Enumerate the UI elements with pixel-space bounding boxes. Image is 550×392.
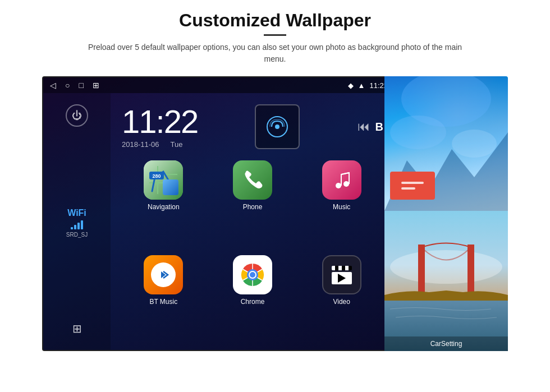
page-title: Customized Wallpaper: [34, 10, 516, 31]
wallpaper-golden-gate[interactable]: CarSetting: [384, 211, 508, 351]
svg-point-31: [390, 250, 502, 284]
music-icon: [322, 160, 361, 200]
screen-area: ◁ ○ □ ⊞ ◆ ▲ 11:22 ⏻ WiFi: [42, 76, 508, 351]
svg-point-1: [275, 124, 279, 129]
wallpaper-ice-cave[interactable]: [384, 76, 508, 211]
center-content: 11:22 2018-11-06 Tue: [111, 93, 395, 350]
app-bt-music[interactable]: BT Music: [122, 255, 205, 344]
navigation-icon: 280: [144, 160, 183, 200]
wifi-bar-3: [77, 223, 80, 229]
svg-point-21: [250, 272, 255, 278]
bt-circle: [151, 262, 176, 287]
overlay-widget: [390, 172, 435, 200]
recents-icon: □: [79, 81, 83, 90]
status-bar: ◁ ○ □ ⊞ ◆ ▲ 11:22: [43, 77, 395, 93]
clapboard: [332, 266, 352, 284]
navigation-label: Navigation: [148, 203, 180, 211]
chrome-icon: [233, 255, 272, 294]
clock-area: 11:22 2018-11-06 Tue: [111, 93, 395, 155]
status-bar-right: ◆ ▲ 11:22: [348, 81, 388, 90]
svg-point-10: [336, 183, 341, 188]
svg-point-9: [171, 185, 173, 187]
app-phone[interactable]: Phone: [211, 160, 295, 250]
svg-line-12: [341, 173, 349, 174]
play-arrow: [338, 274, 346, 283]
skip-back-icon[interactable]: ⏮: [358, 119, 370, 134]
widget-icon: [398, 177, 427, 194]
svg-rect-29: [401, 187, 415, 190]
clock-date: 2018-11-06 Tue: [122, 140, 198, 149]
title-divider: [264, 34, 286, 36]
clapboard-body: [332, 272, 352, 284]
app-video[interactable]: Video: [300, 255, 383, 344]
bt-music-label: BT Music: [149, 298, 177, 306]
phone-svg: [241, 169, 264, 191]
bt-music-icon: [144, 255, 183, 294]
clapboard-stripe: [332, 266, 352, 270]
clock-date-value: 2018-11-06: [122, 140, 159, 149]
svg-text:280: 280: [153, 173, 161, 179]
wallpaper-thumbnails: CarSetting: [384, 76, 508, 351]
bridge-svg: [384, 211, 508, 351]
clock-day-value: Tue: [171, 140, 183, 149]
android-screen: ◁ ○ □ ⊞ ◆ ▲ 11:22 ⏻ WiFi: [42, 76, 396, 351]
letter-b-icon: B: [375, 121, 383, 133]
chrome-label: Chrome: [241, 298, 265, 306]
screenshot-icon: ⊞: [93, 81, 99, 90]
screen-content: ⏻ WiFi SRD_SJ ⊞: [43, 93, 395, 350]
wifi-widget: WiFi SRD_SJ: [66, 208, 88, 238]
video-icon: [322, 255, 361, 294]
phone-label: Phone: [243, 203, 263, 211]
status-bar-left: ◁ ○ □ ⊞: [50, 81, 99, 90]
header-section: Customized Wallpaper Preload over 5 defa…: [0, 0, 550, 71]
app-navigation[interactable]: 280 Navigation: [122, 160, 205, 250]
media-icons: ⏮ B: [358, 119, 383, 134]
signal-icon: ▲: [358, 81, 365, 90]
radio-icon: [266, 116, 288, 138]
wifi-bar-2: [74, 225, 76, 229]
clock-widget: 11:22 2018-11-06 Tue: [122, 105, 198, 149]
svg-point-24: [390, 116, 446, 149]
bridge-image: [384, 211, 508, 351]
svg-rect-28: [401, 182, 424, 184]
radio-widget[interactable]: [255, 104, 300, 149]
video-label: Video: [333, 298, 350, 306]
nav-map-svg: 280: [144, 160, 183, 200]
location-icon: ◆: [348, 81, 354, 90]
chrome-svg: [239, 261, 267, 289]
svg-rect-2: [144, 160, 183, 200]
wifi-bar-4: [81, 220, 83, 229]
wifi-ssid: SRD_SJ: [66, 232, 88, 238]
wifi-label: WiFi: [66, 208, 88, 218]
phone-icon: [233, 160, 272, 200]
svg-rect-27: [398, 177, 427, 194]
svg-point-11: [343, 181, 349, 187]
carsetting-label: CarSetting: [384, 336, 508, 351]
wifi-bars: [66, 220, 88, 229]
app-chrome[interactable]: Chrome: [211, 255, 295, 344]
svg-point-8: [169, 183, 175, 188]
apps-button[interactable]: ⊞: [67, 319, 87, 339]
app-music[interactable]: Music: [300, 160, 383, 250]
svg-point-25: [452, 130, 497, 158]
bt-symbol: [155, 267, 171, 283]
power-button[interactable]: ⏻: [66, 104, 88, 127]
clock-time: 11:22: [122, 105, 198, 138]
home-icon: ○: [65, 81, 70, 90]
left-sidebar: ⏻ WiFi SRD_SJ ⊞: [43, 93, 111, 350]
wifi-bar-1: [71, 227, 73, 229]
music-svg: [331, 169, 353, 191]
page-subtitle: Preload over 5 default wallpaper options…: [79, 41, 471, 65]
app-grid: 280 Navigation: [111, 155, 395, 350]
music-label: Music: [333, 203, 350, 211]
page-container: Customized Wallpaper Preload over 5 defa…: [0, 0, 550, 392]
back-icon: ◁: [50, 81, 56, 90]
